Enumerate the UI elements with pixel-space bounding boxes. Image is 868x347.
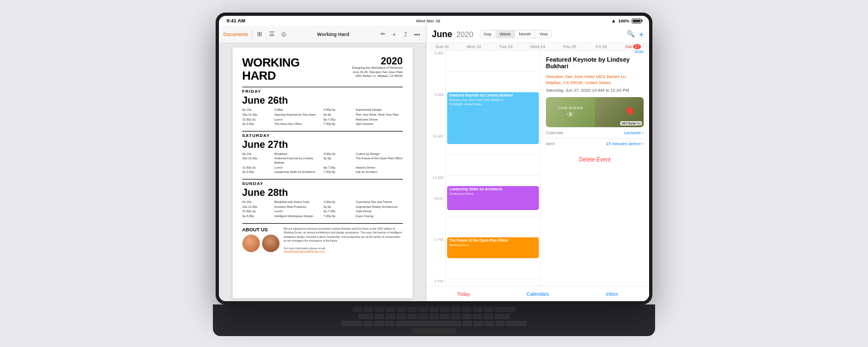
kb-key[interactable] [495, 314, 510, 319]
cal-search-icon[interactable]: 🔍 [627, 30, 635, 39]
cal-time-col: 8 AM 9 AM 10 AM 11 AM Noon 1 PM [426, 51, 446, 286]
alert-value[interactable]: 15 minutes before › [606, 141, 644, 146]
kb-key[interactable] [396, 307, 406, 312]
event-featured-keynote[interactable]: Featured Keynote by Lindsey Bukhari Sher… [447, 92, 539, 144]
kb-key[interactable] [484, 314, 494, 319]
event-leadership[interactable]: Leadership Skills for Architects Confere… [447, 186, 539, 210]
status-time: 9:41 AM [227, 18, 245, 23]
kb-key[interactable] [462, 307, 472, 312]
cal-view-day[interactable]: Day [480, 31, 495, 38]
schedule-friday: FRIDAY June 26th 9a-10aCoffee3:30p-5pExp… [242, 87, 403, 127]
document-page: WORKING HARD 2020 Designing the Workplac… [233, 47, 413, 298]
kb-key[interactable] [374, 321, 384, 326]
grid-icon[interactable]: ⊞ [255, 30, 264, 39]
map-preview[interactable]: Look Around 👁 1801 Barber Ln [546, 97, 644, 127]
cal-view-week[interactable]: Week [496, 31, 514, 38]
share-icon[interactable]: ⤴ [401, 30, 410, 39]
about-title: ABOUT US [242, 227, 280, 232]
kb-key[interactable] [418, 307, 428, 312]
cal-header-sat: Sat 27 [617, 43, 649, 50]
kb-key[interactable] [484, 307, 494, 312]
kb-key[interactable] [451, 307, 461, 312]
event-future-office[interactable]: The Future of the Open-Plan Office Meeti… [447, 237, 539, 258]
kb-key[interactable] [418, 314, 428, 319]
event-detail-location: Sheraton San Jose Hotel 1801 Barber Ln, … [546, 74, 644, 86]
alert-label: Alert [546, 141, 555, 146]
tab-today[interactable]: Today [426, 286, 501, 301]
more-icon[interactable]: ••• [413, 30, 421, 39]
pages-toolbar: Documents ⊞ ☰ ◎ Working Hard ✏ + ⤴ ••• [219, 26, 426, 43]
kb-key[interactable] [484, 321, 494, 326]
cal-header-mon: Mon 22 [458, 43, 490, 50]
doc-header: WORKING HARD 2020 Designing the Workplac… [242, 56, 403, 82]
clock-icon[interactable]: ◎ [280, 30, 288, 39]
kb-key[interactable] [473, 307, 483, 312]
kb-key[interactable] [407, 307, 417, 312]
kb-key[interactable] [385, 314, 395, 319]
schedule-sunday: SUNDAY June 28th 9a-10aBreakfast with Di… [242, 179, 403, 219]
kb-row-3 [341, 321, 527, 326]
kb-key[interactable] [462, 314, 472, 319]
tab-inbox[interactable]: Inbox [575, 286, 649, 301]
kb-key[interactable] [374, 314, 384, 319]
tab-calendars[interactable]: Calendars [501, 286, 575, 301]
calendar-value[interactable]: Lectures › [624, 130, 644, 135]
kb-key[interactable] [364, 307, 373, 312]
kb-row-2 [358, 314, 510, 319]
kb-key[interactable] [429, 314, 439, 319]
status-bar: 9:41 AM Wed Mar 18 ▲ 100% [219, 16, 649, 26]
kb-key[interactable] [385, 321, 395, 326]
doc-main-title: WORKING HARD [242, 56, 300, 82]
kb-key[interactable] [358, 314, 373, 319]
kb-key[interactable] [462, 321, 472, 326]
kb-key[interactable] [495, 321, 505, 326]
ipad-wrapper: 9:41 AM Wed Mar 18 ▲ 100% Documents [199, 13, 669, 334]
cal-month-title: June 2020 [432, 29, 473, 39]
map-photo-view: Look Around 👁 [546, 97, 595, 127]
kb-key[interactable] [440, 314, 450, 319]
pages-content: WORKING HARD 2020 Designing the Workplac… [219, 43, 426, 301]
kb-key[interactable] [363, 321, 373, 326]
keyboard [213, 304, 655, 336]
kb-key[interactable] [407, 314, 417, 319]
kb-key[interactable] [440, 307, 450, 312]
cal-day-headers: Sun 21 Mon 22 Tue 23 Wed 24 Thu 25 Fri 2… [426, 43, 649, 51]
kb-key[interactable] [506, 321, 527, 326]
kb-key[interactable] [341, 321, 362, 326]
kb-key[interactable] [396, 314, 406, 319]
cal-view-month[interactable]: Month [516, 31, 535, 38]
kb-key[interactable] [429, 307, 439, 312]
documents-link[interactable]: Documents [223, 32, 248, 37]
calendar-label: Calendar [546, 130, 563, 135]
pen-icon[interactable]: ✏ [378, 30, 387, 39]
person-photo-2 [262, 235, 280, 252]
cal-view-year[interactable]: Year [536, 31, 551, 38]
calendar-pane: June 2020 Day Week Month Year 🔍 + [426, 26, 649, 301]
schedule-saturday: SATURDAY June 27th 9a-10aBreakfast3:30p-… [242, 131, 403, 175]
wifi-icon: ▲ [611, 18, 616, 23]
cal-header-thu: Thu 25 [554, 43, 585, 50]
add-icon[interactable]: + [390, 30, 399, 39]
cal-add-icon[interactable]: + [639, 30, 644, 39]
toolbar-icons-right: ✏ + ⤴ ••• [378, 30, 421, 39]
cal-toolbar: June 2020 Day Week Month Year 🔍 + [426, 26, 649, 43]
map-pin-icon [626, 106, 635, 116]
pages-pane: Documents ⊞ ☰ ◎ Working Hard ✏ + ⤴ ••• [219, 26, 426, 301]
delete-event-button[interactable]: Delete Event [546, 153, 644, 166]
battery-percent: 100% [619, 19, 629, 23]
kb-key[interactable] [495, 307, 515, 312]
cal-scroll-area[interactable]: 8 AM 9 AM 10 AM 11 AM Noon 1 PM [426, 51, 540, 286]
kb-key[interactable] [473, 321, 483, 326]
trackpad[interactable] [412, 328, 456, 334]
kb-key[interactable] [473, 314, 483, 319]
kb-key[interactable] [385, 307, 395, 312]
doc-right-header: 2020 Designing the Workplace of Tomorrow… [352, 56, 403, 79]
toolbar-divider [252, 30, 252, 39]
list-icon[interactable]: ☰ [267, 30, 276, 39]
event-edit-btn[interactable]: Edit [635, 51, 644, 54]
kb-key[interactable] [353, 307, 362, 312]
kb-key[interactable] [451, 314, 461, 319]
kb-key[interactable] [374, 307, 384, 312]
cal-toolbar-right: 🔍 + [627, 30, 644, 39]
kb-spacebar[interactable] [396, 321, 461, 326]
